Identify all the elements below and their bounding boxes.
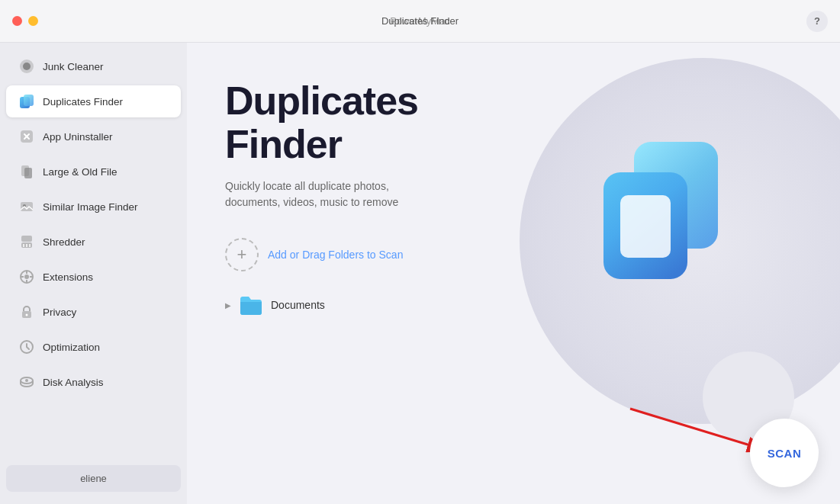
sidebar-item-label: App Uninstaller	[43, 131, 113, 143]
folder-name-label: Documents	[271, 299, 325, 311]
svg-point-1	[23, 63, 31, 70]
sidebar-item-label: Privacy	[43, 307, 76, 318]
help-button[interactable]: ?	[806, 11, 828, 32]
sidebar-item-disk-analysis[interactable]: Disk Analysis	[6, 366, 181, 398]
extensions-icon	[18, 268, 35, 285]
svg-rect-29	[620, 195, 671, 258]
similar-image-finder-icon	[18, 198, 35, 215]
add-folder-button[interactable]: + Add or Drag Folders to Scan	[225, 238, 403, 271]
sidebar-item-junk-cleaner[interactable]: Junk Cleaner	[6, 50, 181, 82]
folder-icon	[239, 293, 263, 317]
user-label[interactable]: eliene	[6, 465, 181, 492]
minimize-button[interactable]	[28, 16, 38, 26]
sidebar-item-app-uninstaller[interactable]: App Uninstaller	[6, 120, 181, 152]
folder-expand-arrow: ▶	[225, 301, 231, 310]
sidebar-item-shredder[interactable]: Shredder	[6, 226, 181, 258]
titlebar: PowerMyMac Duplicates Finder ?	[0, 0, 840, 43]
duplicates-finder-hero-icon	[588, 127, 741, 294]
window-title-label: Duplicates Finder	[381, 15, 459, 27]
scan-button[interactable]: SCAN	[750, 419, 819, 487]
sidebar-item-similar-image-finder[interactable]: Similar Image Finder	[6, 191, 181, 223]
optimization-icon	[18, 339, 35, 355]
shredder-icon	[18, 233, 35, 250]
svg-point-26	[25, 379, 28, 382]
sidebar-item-label: Large & Old File	[43, 166, 117, 178]
sidebar: Junk Cleaner	[0, 43, 187, 504]
sidebar-item-label: Similar Image Finder	[43, 201, 138, 213]
svg-rect-11	[21, 236, 32, 242]
main-layout: Junk Cleaner	[0, 43, 840, 504]
svg-point-17	[24, 274, 29, 279]
svg-rect-8	[24, 168, 32, 178]
app-uninstaller-icon	[18, 128, 35, 145]
svg-rect-3	[24, 95, 34, 106]
traffic-lights	[12, 16, 38, 26]
sidebar-item-label: Junk Cleaner	[43, 61, 104, 72]
add-plus-icon: +	[225, 238, 259, 271]
large-old-file-icon	[18, 163, 35, 180]
sidebar-item-label: Shredder	[43, 236, 85, 248]
duplicates-finder-icon	[18, 93, 35, 110]
sidebar-item-extensions[interactable]: Extensions	[6, 261, 181, 293]
content-area: Duplicates Finder Quickly locate all dup…	[187, 43, 840, 504]
sidebar-item-optimization[interactable]: Optimization	[6, 331, 181, 363]
sidebar-item-label: Extensions	[43, 271, 93, 283]
privacy-icon	[18, 303, 35, 320]
sidebar-item-duplicates-finder[interactable]: Duplicates Finder	[6, 85, 181, 117]
sidebar-item-privacy[interactable]: Privacy	[6, 296, 181, 328]
sidebar-item-label: Optimization	[43, 342, 100, 353]
sidebar-item-large-old-file[interactable]: Large & Old File	[6, 156, 181, 188]
junk-cleaner-icon	[18, 58, 35, 75]
close-button[interactable]	[12, 16, 22, 26]
add-folder-label: Add or Drag Folders to Scan	[268, 249, 403, 261]
sidebar-item-label: Duplicates Finder	[43, 96, 123, 108]
sidebar-item-label: Disk Analysis	[43, 377, 104, 388]
svg-rect-9	[21, 202, 33, 211]
svg-point-23	[26, 314, 28, 316]
disk-analysis-icon	[18, 374, 35, 390]
